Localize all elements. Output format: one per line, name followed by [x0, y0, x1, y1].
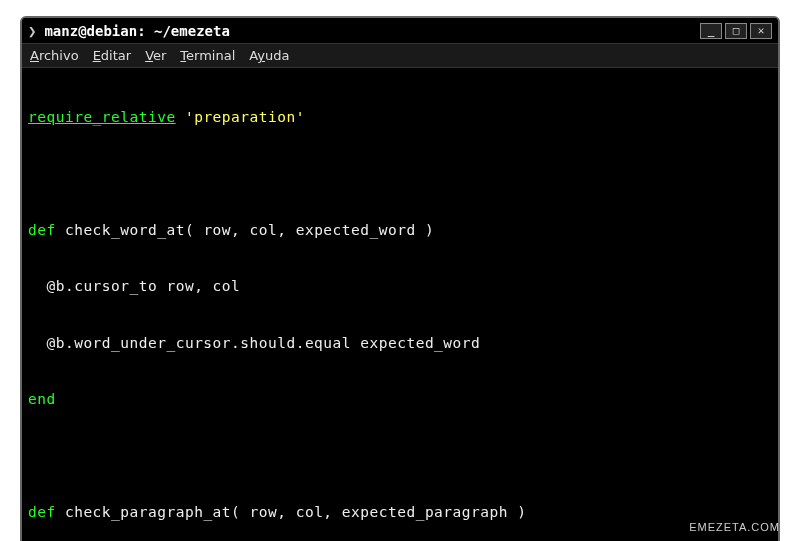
code-line: @b.word_under_cursor.should.equal expect…	[28, 334, 772, 353]
keyword: end	[28, 391, 56, 407]
minimize-button[interactable]: _	[700, 23, 722, 39]
titlebar[interactable]: ❯ manz@debian: ~/emezeta _ □ ✕	[22, 18, 778, 44]
window-title: manz@debian: ~/emezeta	[44, 23, 700, 39]
editor-area[interactable]: require_relative 'preparation' def check…	[22, 68, 778, 541]
code-line	[28, 447, 772, 466]
code-line: def check_paragraph_at( row, col, expect…	[28, 503, 772, 522]
string: 'preparation'	[185, 109, 305, 125]
terminal-window: ❯ manz@debian: ~/emezeta _ □ ✕ Archivo E…	[20, 16, 780, 541]
window-controls: _ □ ✕	[700, 23, 772, 39]
code-line: @b.cursor_to row, col	[28, 277, 772, 296]
keyword: require_relative	[28, 109, 176, 125]
code-line	[28, 164, 772, 183]
keyword: def	[28, 222, 56, 238]
menubar: Archivo Editar Ver Terminal Ayuda	[22, 44, 778, 68]
titlebar-caret-icon: ❯	[28, 23, 36, 39]
maximize-icon: □	[733, 24, 740, 37]
maximize-button[interactable]: □	[725, 23, 747, 39]
watermark: EMEZETA.COM	[689, 521, 780, 533]
close-button[interactable]: ✕	[750, 23, 772, 39]
minimize-icon: _	[708, 24, 715, 37]
menu-ver[interactable]: Ver	[145, 48, 166, 63]
close-icon: ✕	[758, 24, 765, 37]
code-line: end	[28, 390, 772, 409]
code-line: def check_word_at( row, col, expected_wo…	[28, 221, 772, 240]
menu-archivo[interactable]: Archivo	[30, 48, 79, 63]
menu-terminal[interactable]: Terminal	[180, 48, 235, 63]
code-line: require_relative 'preparation'	[28, 108, 772, 127]
keyword: def	[28, 504, 56, 520]
menu-editar[interactable]: Editar	[93, 48, 132, 63]
menu-ayuda[interactable]: Ayuda	[249, 48, 289, 63]
